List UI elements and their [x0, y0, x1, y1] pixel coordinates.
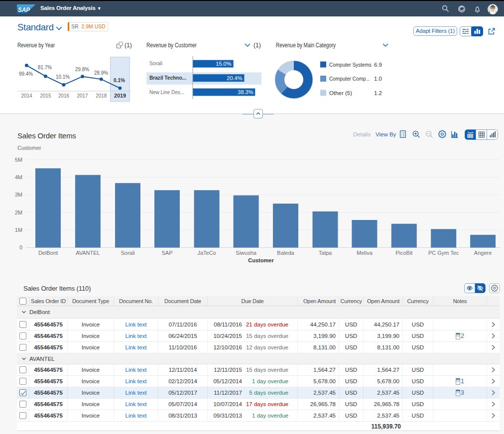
svg-text:2015: 2015	[40, 93, 51, 99]
svg-text:Sorali: Sorali	[121, 250, 134, 256]
svg-text:1.2: 1.2	[374, 90, 382, 96]
svg-text:3M: 3M	[15, 192, 22, 198]
svg-text:(1): (1)	[125, 42, 132, 49]
svg-text:Customer: Customer	[248, 257, 274, 263]
svg-text:99.4%: 99.4%	[19, 71, 33, 77]
svg-text:10.1%: 10.1%	[56, 74, 70, 80]
svg-text:Talpa: Talpa	[319, 250, 332, 256]
svg-text:2017: 2017	[77, 93, 88, 99]
svg-text:AVANTEL: AVANTEL	[76, 250, 100, 256]
svg-text:Computer Systems: Computer Systems	[329, 62, 372, 68]
svg-text:PicoBit: PicoBit	[395, 250, 412, 256]
svg-text:New Line Des...: New Line Des...	[149, 89, 184, 95]
svg-text:29.8%: 29.8%	[75, 66, 89, 72]
svg-text:Sorali: Sorali	[149, 60, 162, 66]
svg-text:Angere: Angere	[474, 250, 492, 256]
svg-text:Revenue by Year: Revenue by Year	[17, 42, 55, 49]
svg-text:SAP: SAP	[18, 6, 30, 13]
svg-text:SAP: SAP	[161, 250, 172, 256]
svg-text:4M: 4M	[15, 174, 22, 180]
svg-text:1M: 1M	[15, 227, 22, 233]
svg-text:20.4%: 20.4%	[227, 75, 242, 81]
svg-text:2019: 2019	[114, 93, 126, 99]
svg-text:6.9: 6.9	[374, 62, 382, 68]
svg-text:Revenue by Main Category: Revenue by Main Category	[276, 42, 336, 49]
svg-text:Meliva: Meliva	[357, 250, 373, 256]
svg-text:2M: 2M	[15, 210, 22, 216]
svg-text:0: 0	[19, 244, 22, 250]
svg-text:Revenue by Customer: Revenue by Customer	[146, 42, 197, 49]
svg-text:DelBont: DelBont	[38, 250, 58, 256]
svg-text:0.1%: 0.1%	[114, 77, 125, 83]
svg-text:2018: 2018	[96, 93, 107, 99]
svg-text:Baleda: Baleda	[277, 250, 294, 256]
svg-text:(1): (1)	[253, 42, 261, 49]
svg-text:5M: 5M	[15, 157, 22, 163]
svg-text:JaTeCo: JaTeCo	[197, 250, 216, 256]
svg-text:28.9%: 28.9%	[94, 70, 108, 76]
svg-text:Other (5): Other (5)	[329, 90, 352, 96]
svg-text:2014: 2014	[21, 93, 32, 99]
svg-text:81.7%: 81.7%	[38, 64, 52, 70]
svg-text:15.0%: 15.0%	[216, 61, 231, 67]
svg-text:Brazil Techno...: Brazil Techno...	[149, 75, 186, 81]
svg-text:2016: 2016	[58, 93, 69, 99]
svg-text:Computer Comp...: Computer Comp...	[329, 76, 370, 82]
svg-text:Siwusha: Siwusha	[236, 250, 256, 256]
svg-text:1.0: 1.0	[374, 76, 382, 82]
svg-text:PC Gym Tec: PC Gym Tec	[428, 250, 459, 256]
svg-text:38.3%: 38.3%	[238, 89, 253, 95]
